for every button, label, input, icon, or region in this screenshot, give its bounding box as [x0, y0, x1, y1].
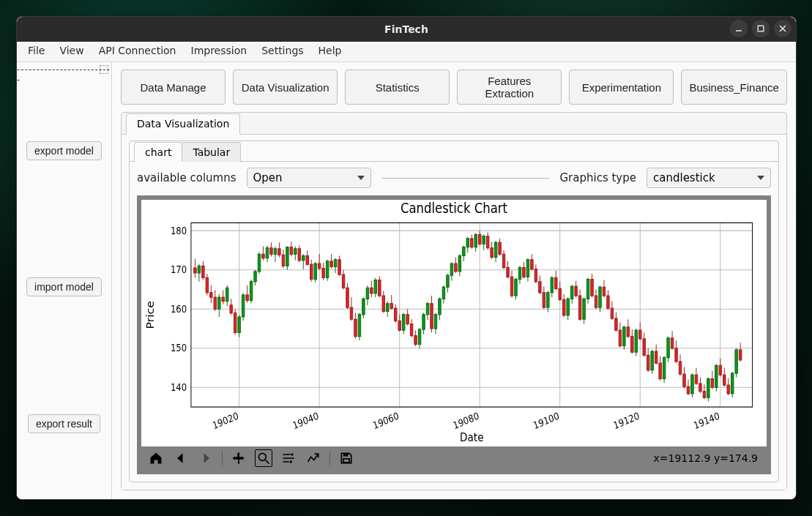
svg-line-307 [266, 460, 269, 464]
svg-rect-219 [567, 299, 569, 315]
svg-text:19080: 19080 [452, 410, 481, 432]
menu-api[interactable]: API Connection [92, 42, 183, 61]
svg-rect-253 [635, 330, 637, 352]
svg-rect-105 [338, 260, 340, 274]
svg-rect-117 [362, 299, 365, 314]
svg-rect-277 [683, 374, 685, 386]
svg-rect-91 [310, 264, 312, 279]
svg-text:140: 140 [171, 381, 187, 393]
menubar: File View API Connection Impression Sett… [17, 42, 796, 62]
maximize-button[interactable] [752, 20, 770, 37]
svg-rect-115 [358, 315, 360, 337]
svg-rect-161 [450, 263, 452, 275]
svg-rect-255 [639, 330, 641, 339]
graphics-type-select[interactable]: candlestick [647, 168, 771, 188]
btn-statistics[interactable]: Statistics [345, 70, 450, 105]
svg-rect-59 [246, 295, 248, 300]
svg-rect-159 [447, 275, 449, 287]
svg-text:19020: 19020 [211, 410, 240, 432]
menu-help[interactable]: Help [312, 42, 349, 61]
chevron-down-icon [757, 176, 764, 180]
zoom-icon[interactable] [255, 449, 272, 467]
svg-rect-71 [270, 248, 272, 255]
available-columns-label: available columns [137, 171, 236, 184]
svg-rect-147 [422, 315, 425, 329]
btn-experimentation[interactable]: Experimentation [569, 70, 674, 105]
forward-icon[interactable] [197, 449, 215, 467]
chevron-down-icon [357, 176, 365, 180]
svg-rect-299 [727, 385, 729, 394]
btn-data-visualization[interactable]: Data Visualization [233, 70, 338, 105]
svg-rect-149 [426, 304, 428, 315]
svg-rect-310 [343, 453, 349, 456]
svg-text:170: 170 [171, 263, 187, 275]
menu-impression[interactable]: Impression [185, 42, 254, 61]
svg-rect-57 [242, 295, 244, 317]
btn-business-finance[interactable]: Business_Finance [681, 70, 787, 105]
svg-text:150: 150 [171, 342, 187, 354]
svg-rect-75 [278, 249, 280, 255]
window-title: FinTech [384, 23, 428, 35]
svg-rect-169 [466, 239, 469, 247]
svg-rect-177 [483, 236, 485, 244]
svg-rect-173 [474, 235, 477, 247]
svg-rect-153 [434, 315, 436, 329]
btn-features-extraction[interactable]: Features Extraction [457, 70, 562, 105]
main-tabgroup: Data Visualization chart Tabular availab… [121, 112, 787, 490]
svg-rect-249 [627, 327, 629, 337]
import-model-button[interactable]: import model [26, 277, 102, 296]
svg-rect-295 [719, 365, 721, 375]
svg-rect-101 [330, 261, 332, 266]
svg-rect-189 [507, 267, 509, 277]
svg-rect-73 [274, 249, 276, 254]
minimize-button[interactable] [730, 20, 748, 37]
svg-rect-287 [703, 392, 705, 398]
back-icon[interactable] [172, 449, 190, 467]
close-button[interactable] [774, 20, 791, 37]
svg-rect-145 [418, 329, 420, 344]
graphics-type-label: Graphics type [559, 171, 636, 184]
svg-rect-103 [334, 260, 336, 267]
svg-rect-69 [266, 248, 268, 258]
svg-rect-41 [210, 293, 212, 297]
svg-rect-275 [679, 362, 681, 374]
detach-icon[interactable] [100, 65, 108, 74]
svg-rect-215 [559, 288, 561, 299]
pan-icon[interactable] [230, 449, 247, 467]
menu-file[interactable]: File [21, 42, 51, 61]
tab-tabular[interactable]: Tabular [182, 142, 241, 162]
menu-settings[interactable]: Settings [255, 42, 310, 61]
svg-rect-181 [491, 248, 493, 258]
chart-canvas[interactable]: Candlestick Chart14015016017018019020190… [141, 200, 767, 446]
available-columns-select[interactable]: Open [247, 168, 371, 188]
svg-rect-45 [218, 297, 220, 309]
svg-text:180: 180 [171, 225, 187, 236]
save-icon[interactable] [338, 449, 355, 467]
home-icon[interactable] [147, 449, 165, 467]
svg-rect-151 [431, 304, 433, 329]
export-result-button[interactable]: export result [28, 414, 100, 433]
edit-icon[interactable] [305, 449, 322, 467]
svg-rect-143 [414, 336, 417, 345]
svg-rect-35 [198, 266, 200, 273]
tab-data-visualization[interactable]: Data Visualization [126, 113, 240, 135]
chart-controls: available columns Open Graphics type can… [137, 168, 771, 188]
subplots-icon[interactable] [280, 449, 297, 467]
svg-rect-311 [343, 459, 349, 463]
btn-data-manage[interactable]: Data Manage [121, 70, 226, 105]
svg-rect-165 [458, 255, 461, 271]
svg-rect-297 [723, 375, 726, 385]
svg-rect-221 [570, 286, 573, 299]
svg-rect-225 [578, 296, 581, 319]
svg-rect-175 [478, 235, 480, 244]
svg-rect-127 [382, 296, 384, 311]
export-model-button[interactable]: export model [26, 141, 102, 160]
chart-container: Candlestick Chart14015016017018019020190… [137, 195, 771, 474]
menu-view[interactable]: View [53, 42, 90, 61]
svg-rect-193 [515, 280, 517, 296]
side-panel: ------------------------- export model i… [17, 62, 112, 499]
separator [222, 451, 223, 465]
tab-chart[interactable]: chart [134, 142, 182, 162]
svg-rect-93 [314, 263, 316, 279]
svg-rect-285 [699, 384, 701, 392]
